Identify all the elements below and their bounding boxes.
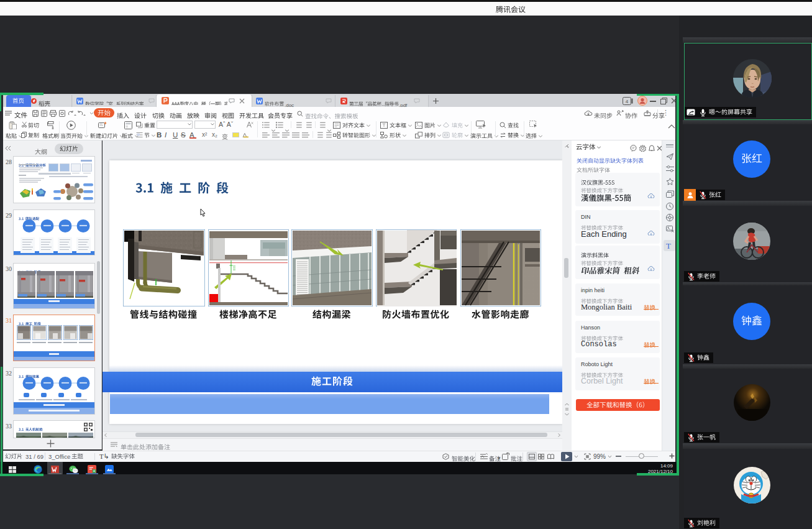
svg-text:4: 4: [626, 99, 629, 104]
